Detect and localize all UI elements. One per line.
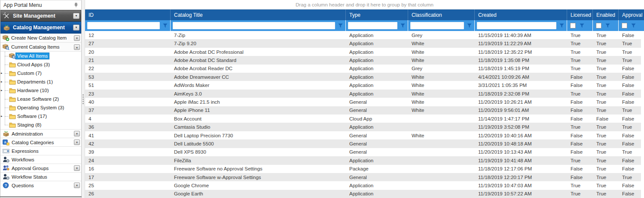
table-row[interactable]: 25Google ChromeApplication11/19/2019 10:… [85, 181, 641, 189]
sidebar-item-departments-1[interactable]: ▸Departments (1) [0, 77, 81, 86]
filter-checkbox-approval[interactable] [622, 23, 627, 28]
sidebar-title: App Portal Menu [3, 2, 42, 8]
chevron-up-icon[interactable]: ▴ [74, 44, 80, 50]
table-row[interactable]: 277-Zip 9.20ApplicationWhite11/19/2019 1… [85, 39, 641, 47]
cell-approval: False [619, 31, 641, 39]
sidebar-item-view-all-items[interactable]: View All Items [0, 52, 81, 60]
filter-icon[interactable] [578, 22, 586, 30]
filter-input-title[interactable] [173, 22, 335, 29]
cell-created: 11/19/2019 11:22:29 AM [475, 39, 567, 47]
chevron-down-icon[interactable]: ▾ [74, 183, 80, 188]
table-row[interactable]: 39Dell XPS 8930General11/20/2019 10:13:4… [85, 148, 641, 156]
sidebar-item-operating-system-3[interactable]: Operating System (3) [0, 103, 81, 112]
cell-id: 20 [85, 48, 171, 56]
column-header-label: Catalog Title [174, 12, 203, 18]
filter-icon[interactable] [399, 22, 406, 30]
chevron-down-icon[interactable]: ▾ [74, 139, 80, 145]
table-row[interactable]: 42Dell Latitude 5500General11/20/2019 10… [85, 139, 641, 148]
filter-input-id[interactable] [87, 22, 160, 29]
filter-input-classification[interactable] [410, 22, 464, 29]
expand-icon[interactable]: ▸ [1, 80, 3, 84]
sidebar-group-site-management[interactable]: Site Management ▾ [0, 10, 81, 22]
sidebar-item-lease-software-2[interactable]: Lease Software (2) [0, 95, 81, 103]
column-header-approval[interactable]: Approval [619, 9, 644, 20]
sidebar-item-custom-7[interactable]: ▸Custom (7) [0, 69, 81, 77]
filter-icon[interactable] [629, 22, 637, 30]
column-header-type[interactable]: Type [346, 9, 408, 20]
sidebar-group-catalog-management[interactable]: Catalog Management ▾ [0, 22, 81, 34]
table-row[interactable]: 16Freeware Software no Approval Settings… [85, 165, 641, 173]
filter-icon[interactable] [558, 22, 565, 30]
column-header-classification[interactable]: Classification [408, 9, 475, 20]
table-row[interactable]: 51AdWords MakerApplicationWhite3/31/2021… [85, 81, 641, 89]
sidebar-item-label: Lease Software (2) [16, 96, 60, 102]
column-header-enabled[interactable]: Enabled [593, 9, 619, 20]
cell-title: 7-Zip [171, 31, 346, 39]
cell-created: 11/19/2019 10:41:48 AM [475, 156, 567, 164]
sidebar-item-workflows[interactable]: Workflows [0, 155, 81, 164]
table-row[interactable]: 41Dell Laptop Precision 7730GeneralWhite… [85, 131, 641, 139]
expand-icon[interactable]: ▸ [1, 89, 3, 92]
sidebar-item-catalog-categories[interactable]: aCatalog Categories▾ [0, 138, 81, 146]
tree-connector [5, 73, 8, 74]
chevron-down-icon[interactable]: ▾ [74, 131, 80, 136]
table-row[interactable]: 53Adobe Dreamweaver CCApplicationWhite4/… [85, 73, 641, 81]
sidebar-item-cloud-apps-3[interactable]: Cloud Apps (3) [0, 60, 81, 69]
pin-icon[interactable] [73, 2, 79, 8]
sidebar-item-approval-groups[interactable]: Approval Groups▾ [0, 164, 81, 172]
splitter-handle-icon [82, 99, 84, 100]
sidebar-splitter[interactable] [82, 0, 85, 198]
filter-icon[interactable] [336, 22, 344, 30]
cell-type: General [346, 131, 408, 139]
table-row[interactable]: 22Adobe Acrobat Reader DCApplicationGrey… [85, 65, 641, 73]
cell-licensed: True [567, 90, 593, 98]
filter-checkbox-licensed[interactable] [570, 23, 576, 28]
sidebar-item-create-new-catalog-item[interactable]: Create New Catalog Item ▾ [0, 34, 81, 43]
chevron-down-icon[interactable]: ▾ [74, 165, 80, 171]
table-row[interactable]: 21Adobe Acrobat DC StandardApplicationWh… [85, 56, 641, 64]
sidebar-item-label: Cloud Apps (3) [16, 62, 51, 68]
expand-icon[interactable]: ▸ [1, 114, 3, 118]
sidebar-item-expressions[interactable]: Expressions [0, 146, 81, 155]
tree-connector [5, 90, 8, 91]
expand-icon[interactable]: ▸ [1, 71, 3, 75]
sidebar-item-label: Administration [12, 131, 43, 136]
table-row[interactable]: 17Freeware Software w-Approval SettingsG… [85, 173, 641, 181]
cell-title: Dell Laptop Precision 7730 [171, 131, 346, 139]
table-row[interactable]: 36Camtasia StudioApplication11/19/2019 3… [85, 123, 641, 131]
column-header-licensed[interactable]: Licensed [567, 9, 593, 20]
chevron-down-icon[interactable]: ▾ [73, 13, 79, 19]
sidebar-item-questions[interactable]: ?Questions▾ [0, 181, 81, 189]
sidebar-item-staging-8[interactable]: Staging (8) [0, 121, 81, 129]
cell-created: 11/20/2019 10:26:21 AM [475, 98, 567, 106]
sidebar-item-current-catalog-items[interactable]: Current Catalog Items ▴ [0, 43, 81, 52]
column-header-created[interactable]: Created [475, 9, 567, 20]
create-new-catalog-item-icon [2, 34, 9, 41]
sidebar-item-hardware-10[interactable]: ▸Hardware (10) [0, 86, 81, 95]
sidebar-item-software-17[interactable]: ▸Software (17) [0, 112, 81, 121]
table-row[interactable]: 127-ZipApplicationGrey11/15/2019 11:40:3… [85, 31, 641, 39]
sidebar-item-workflow-status[interactable]: Workflow Status [0, 172, 81, 181]
filter-icon[interactable] [161, 22, 169, 30]
table-row[interactable]: 20Adobe Acrobat DC ProfessionalApplicati… [85, 48, 641, 56]
table-row[interactable]: 4Box AccountCloud App11/14/2019 1:47:17 … [85, 114, 641, 123]
filter-input-created[interactable] [477, 22, 556, 29]
column-header-title[interactable]: Catalog Title [171, 9, 346, 20]
table-row[interactable]: 23AimKeys 3.0ApplicationWhite11/18/2019 … [85, 90, 641, 98]
filter-icon[interactable] [604, 22, 611, 30]
filter-input-type[interactable] [348, 22, 397, 29]
column-header-id[interactable]: ID [85, 9, 171, 20]
cell-approval: True [619, 39, 641, 47]
cell-type: General [346, 148, 408, 156]
table-row[interactable]: 24FileZillaApplication11/19/2019 10:41:4… [85, 156, 641, 164]
table-row[interactable]: 26Google EarthApplication11/19/2019 10:5… [85, 190, 641, 198]
sidebar-item-administration[interactable]: Administration▾ [0, 129, 81, 138]
chevron-down-icon[interactable]: ▾ [73, 25, 79, 31]
table-row[interactable]: 37Apple iPhone 11GeneralWhite11/20/2019 … [85, 106, 641, 114]
chevron-down-icon[interactable]: ▾ [74, 35, 80, 41]
table-row[interactable]: 40Apple iMac 21.5 inchGeneralWhite11/20/… [85, 98, 641, 106]
view-all-items-icon [9, 53, 16, 59]
group-by-bar[interactable]: Drag a column header and drop it here to… [85, 0, 644, 9]
filter-checkbox-enabled[interactable] [596, 23, 601, 28]
filter-icon[interactable] [465, 22, 473, 30]
